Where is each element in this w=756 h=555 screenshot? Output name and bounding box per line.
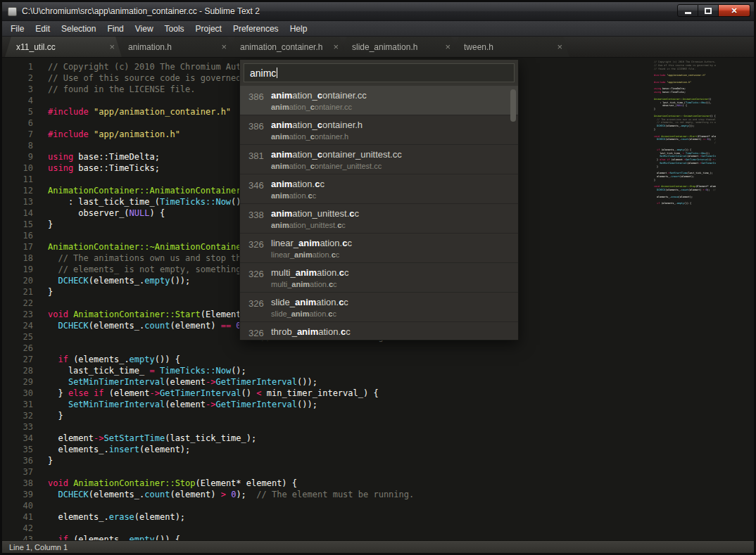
code-token: "app/animation.h"	[94, 129, 180, 139]
tab-close-icon[interactable]: ×	[217, 42, 227, 51]
line-number: 42	[2, 523, 33, 534]
tab-animation_container.h[interactable]: animation_container.h×	[229, 37, 346, 57]
menu-item-help[interactable]: Help	[284, 22, 313, 36]
maximize-button[interactable]	[698, 4, 719, 17]
code-token: AnimationContainer::~AnimationContainer	[48, 242, 246, 252]
code-token: }	[48, 219, 53, 229]
window-title: C:\U\chromium\src\app\animation_containe…	[22, 6, 260, 16]
menu-item-file[interactable]: File	[5, 22, 30, 36]
minimap-token: ()	[709, 98, 712, 101]
goto-result-main: animation_container.ccanimation_containe…	[271, 89, 511, 112]
code-line[interactable]: 43 if (elements_.empty()) {	[2, 534, 455, 540]
title-bar[interactable]: C:\U\chromium\src\app\animation_containe…	[2, 2, 754, 20]
minimap-token: #include	[654, 74, 667, 77]
minimap-token: (elements_.	[665, 189, 681, 191]
code-line[interactable]: 30 } else if (element->GetTimerInterval(…	[2, 388, 455, 399]
goto-result-row[interactable]: 338animation_unittest.ccanimation_unitte…	[240, 204, 518, 234]
result-text: linear_	[271, 250, 294, 259]
editor-area[interactable]: 1// Copyright (c) 2010 The Chromium Auth…	[2, 58, 754, 540]
minimap-token: // The element must be running.	[713, 189, 716, 191]
goto-result-row[interactable]: 381animation_container_unittest.ccanimat…	[240, 145, 518, 174]
goto-scrollbar-thumb[interactable]	[510, 89, 516, 122]
minimize-button[interactable]	[677, 4, 698, 17]
line-number: 26	[2, 343, 33, 354]
code-line[interactable]: 31 SetMinTimerInterval(element->GetTimer…	[2, 399, 455, 410]
line-number: 32	[2, 410, 33, 421]
code-text: AnimationContainer::AnimationContainer()	[33, 185, 251, 196]
code-line[interactable]: 27 if (elements_.empty()) {	[2, 354, 455, 365]
result-text: slide_	[271, 310, 291, 318]
code-token: if	[58, 535, 68, 540]
tab-close-icon[interactable]: ×	[105, 42, 115, 51]
goto-result-row[interactable]: 326multi_animation.ccmulti_animation.cc	[240, 263, 518, 293]
code-line[interactable]: 32 }	[2, 410, 455, 421]
menu-item-tools[interactable]: Tools	[159, 22, 190, 36]
line-number: 11	[2, 174, 33, 185]
minimap-token: empty	[681, 125, 688, 127]
menu-item-find[interactable]: Find	[101, 22, 129, 36]
matched-chars: anim	[298, 238, 320, 248]
menu-item-edit[interactable]: Edit	[30, 22, 56, 36]
goto-result-path: animation.cc	[271, 191, 511, 200]
minimap-token: erase	[672, 196, 679, 198]
line-number: 33	[2, 421, 33, 433]
goto-result-row[interactable]: 386animation_container.ccanimation_conta…	[240, 86, 518, 115]
code-token: ()	[241, 388, 257, 398]
goto-result-row[interactable]: 326slide_animation.ccslide_animation.cc	[240, 293, 518, 322]
code-line[interactable]: 35 elements_.insert(element);	[2, 444, 455, 455]
matched-chars: anim	[271, 191, 289, 200]
result-text: c	[336, 250, 340, 259]
code-line[interactable]: 33	[2, 421, 455, 433]
code-token	[48, 377, 68, 387]
goto-result-score: 326	[248, 269, 264, 279]
goto-result-row[interactable]: 386animation_container.hanimation_contai…	[240, 115, 518, 145]
tab-tween.h[interactable]: tween.h×	[453, 37, 569, 57]
code-line[interactable]: 36}	[2, 455, 455, 466]
tab-label: animation.h	[128, 42, 217, 52]
code-line[interactable]: 26	[2, 343, 455, 354]
code-line[interactable]: 40	[2, 500, 455, 511]
code-token: AnimationContainer::AnimationContainer	[48, 186, 241, 196]
code-text: }	[33, 455, 53, 466]
minimap-token: (element);	[679, 196, 693, 198]
tab-x11_util.cc[interactable]: x11_util.cc×	[5, 37, 122, 57]
minimap-token: SetMinTimerInterval	[660, 155, 687, 158]
code-token: DCHECK	[58, 321, 88, 331]
goto-result-name: multi_animation.cc	[271, 266, 511, 279]
menu-item-preferences[interactable]: Preferences	[227, 22, 284, 36]
tab-close-icon[interactable]: ×	[441, 42, 451, 51]
line-number: 38	[2, 478, 33, 489]
menu-item-view[interactable]: View	[130, 22, 159, 36]
code-line[interactable]: 37	[2, 466, 455, 478]
close-button[interactable]: ✕	[719, 4, 750, 17]
code-line[interactable]: 28 last_tick_time_ = TimeTicks::Now();	[2, 365, 455, 376]
tab-close-icon[interactable]: ×	[329, 42, 339, 51]
minimap-token: using	[654, 87, 661, 90]
code-line[interactable]: 42	[2, 523, 455, 534]
goto-result-row[interactable]: 346animation.ccanimation.cc	[240, 174, 518, 204]
minimap-token: last_tick_time_	[654, 152, 683, 155]
line-number: 1	[2, 61, 33, 72]
code-line[interactable]: 38void AnimationContainer::Stop(Element*…	[2, 478, 455, 489]
tab-slide_animation.h[interactable]: slide_animation.h×	[341, 37, 458, 57]
tab-close-icon[interactable]: ×	[553, 42, 562, 51]
menu-item-project[interactable]: Project	[190, 22, 227, 36]
tab-animation.h[interactable]: animation.h×	[117, 37, 234, 57]
minimap-line: DCHECK(elements_.count(element) > 0); //…	[654, 189, 716, 192]
code-line[interactable]: 41 elements_.erase(element);	[2, 511, 455, 523]
tab-bar: x11_util.cc×animation.h×animation_contai…	[2, 37, 754, 58]
minimap-token: // Use of this source code is governed b…	[654, 64, 716, 67]
goto-result-row[interactable]: 326linear_animation.cclinear_animation.c…	[240, 234, 518, 263]
line-number: 39	[2, 489, 33, 500]
goto-input[interactable]: animc	[244, 63, 515, 82]
minimap-token: SetStartTime	[669, 172, 687, 174]
code-line[interactable]: 34 element->SetStartTime(last_tick_time_…	[2, 433, 455, 444]
minimap-token: base::TimeDelta;	[661, 87, 686, 90]
code-line[interactable]: 39 DCHECK(elements_.count(element) > 0);…	[2, 489, 455, 500]
minimap-token: : last_tick_time_(	[654, 101, 686, 104]
code-token: elements_.	[48, 512, 109, 522]
minimap[interactable]: // Copyright (c) 2010 The Chromium Autho…	[654, 60, 716, 211]
goto-result-row[interactable]: 326throb_animation.ccthrob_animation.cc	[240, 322, 518, 339]
menu-item-selection[interactable]: Selection	[56, 22, 101, 36]
code-line[interactable]: 29 SetMinTimerInterval(element->GetTimer…	[2, 376, 455, 388]
